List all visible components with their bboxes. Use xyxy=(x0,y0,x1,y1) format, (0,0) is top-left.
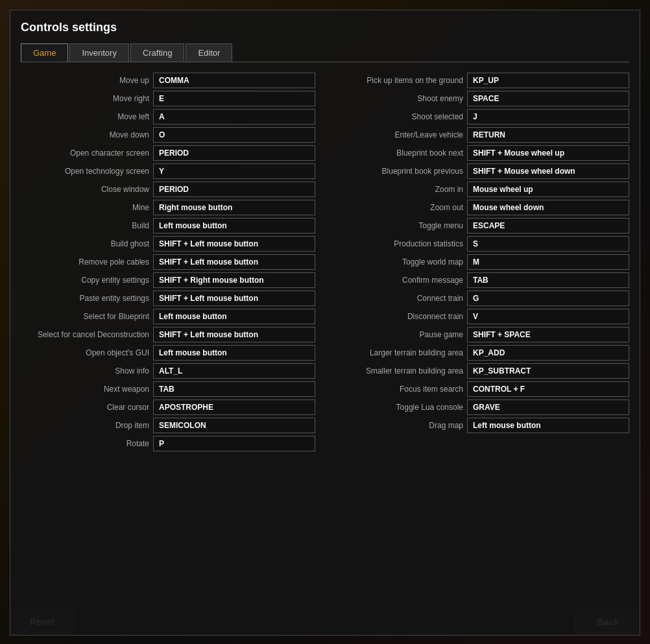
keybind-label: Blueprint book previous xyxy=(346,167,463,176)
keybind-row: Move rightE xyxy=(21,91,315,106)
keybind-row: Open object's GUILeft mouse button xyxy=(21,345,315,361)
keybind-value[interactable]: Left mouse button xyxy=(153,309,315,324)
keybind-value[interactable]: Left mouse button xyxy=(467,418,629,433)
keybind-value[interactable]: KP_UP xyxy=(467,73,629,88)
keybind-value[interactable]: Mouse wheel up xyxy=(467,182,629,197)
keybind-row: Drag mapLeft mouse button xyxy=(335,418,629,433)
keybind-value[interactable]: CONTROL + F xyxy=(467,381,629,397)
keybind-label: Rotate xyxy=(32,439,149,448)
keybind-label: Focus item search xyxy=(346,385,463,394)
keybind-value[interactable]: G xyxy=(467,291,629,306)
keybind-value[interactable]: TAB xyxy=(153,381,315,397)
keybind-row: Select for cancel DeconstructionSHIFT + … xyxy=(21,327,315,342)
keybind-value[interactable]: A xyxy=(153,109,315,125)
keybind-label: Build ghost xyxy=(32,239,149,248)
keybind-label: Zoom out xyxy=(346,203,463,212)
keybind-value[interactable]: KP_ADD xyxy=(467,345,629,361)
keybind-row: Disconnect trainV xyxy=(335,309,629,324)
keybind-row: Shoot enemySPACE xyxy=(335,91,629,106)
keybind-row: Toggle Lua consoleGRAVE xyxy=(335,400,629,415)
keybind-value[interactable]: Mouse wheel down xyxy=(467,200,629,215)
keybind-value[interactable]: SHIFT + Mouse wheel down xyxy=(467,163,629,179)
keybind-value[interactable]: Y xyxy=(153,163,315,179)
keybind-label: Move right xyxy=(32,94,149,103)
keybind-value[interactable]: SHIFT + Left mouse button xyxy=(153,236,315,252)
keybind-value[interactable]: RETURN xyxy=(467,127,629,143)
keybind-label: Smaller terrain building area xyxy=(346,366,463,376)
keybind-row: Select for BlueprintLeft mouse button xyxy=(21,309,315,324)
keybind-value[interactable]: GRAVE xyxy=(467,400,629,415)
main-panel: Controls settings Game Inventory Craftin… xyxy=(10,10,640,636)
keybind-row: RotateP xyxy=(21,436,315,451)
panel-title: Controls settings xyxy=(21,21,629,34)
tab-inventory[interactable]: Inventory xyxy=(69,43,128,62)
keybind-row: Move leftA xyxy=(21,109,315,125)
keybind-value[interactable]: SPACE xyxy=(467,91,629,106)
keybind-label: Drag map xyxy=(346,421,463,430)
keybind-value[interactable]: SHIFT + SPACE xyxy=(467,327,629,342)
keybind-value[interactable]: SHIFT + Mouse wheel up xyxy=(467,145,629,161)
tab-editor[interactable]: Editor xyxy=(186,43,232,62)
keybind-row: Next weaponTAB xyxy=(21,381,315,397)
keybind-row: Build ghostSHIFT + Left mouse button xyxy=(21,236,315,252)
keybind-row: Zoom outMouse wheel down xyxy=(335,200,629,215)
keybind-label: Pause game xyxy=(346,330,463,339)
keybind-label: Larger terrain building area xyxy=(346,348,463,357)
keybind-row: Open character screenPERIOD xyxy=(21,145,315,161)
keybind-value[interactable]: APOSTROPHE xyxy=(153,400,315,415)
keybind-value[interactable]: O xyxy=(153,127,315,143)
keybind-value[interactable]: M xyxy=(467,254,629,270)
tab-crafting[interactable]: Crafting xyxy=(130,43,185,62)
keybind-row: Larger terrain building areaKP_ADD xyxy=(335,345,629,361)
keybind-value[interactable]: KP_SUBTRACT xyxy=(467,363,629,379)
tabs-bar: Game Inventory Crafting Editor xyxy=(21,43,629,62)
keybind-value[interactable]: COMMA xyxy=(153,73,315,88)
keybind-value[interactable]: J xyxy=(467,109,629,125)
keybind-label: Mine xyxy=(32,203,149,212)
keybind-value[interactable]: Left mouse button xyxy=(153,218,315,233)
keybind-label: Select for cancel Deconstruction xyxy=(32,330,149,339)
keybind-label: Move down xyxy=(32,130,149,139)
keybind-value[interactable]: SEMICOLON xyxy=(153,418,315,433)
keybind-label: Production statistics xyxy=(346,239,463,248)
keybind-label: Copy entity settings xyxy=(32,276,149,285)
keybind-label: Toggle menu xyxy=(346,221,463,230)
tab-game[interactable]: Game xyxy=(21,43,68,62)
keybind-row: Copy entity settingsSHIFT + Right mouse … xyxy=(21,272,315,288)
keybind-value[interactable]: SHIFT + Left mouse button xyxy=(153,291,315,306)
keybind-value[interactable]: E xyxy=(153,91,315,106)
keybind-row: Toggle world mapM xyxy=(335,254,629,270)
keybind-row: Pause gameSHIFT + SPACE xyxy=(335,327,629,342)
keybind-row: Close windowPERIOD xyxy=(21,182,315,197)
keybind-row: MineRight mouse button xyxy=(21,200,315,215)
keybind-label: Open technology screen xyxy=(32,167,149,176)
keybind-value[interactable]: V xyxy=(467,309,629,324)
keybind-row: Clear cursorAPOSTROPHE xyxy=(21,400,315,415)
keybind-value[interactable]: SHIFT + Left mouse button xyxy=(153,254,315,270)
keybind-value[interactable]: TAB xyxy=(467,272,629,288)
keybind-value[interactable]: SHIFT + Right mouse button xyxy=(153,272,315,288)
keybind-label: Drop item xyxy=(32,421,149,430)
right-column: Pick up items on the groundKP_UPShoot en… xyxy=(335,73,629,454)
keybind-label: Open object's GUI xyxy=(32,348,149,357)
keybind-row: Production statisticsS xyxy=(335,236,629,252)
keybind-value[interactable]: ESCAPE xyxy=(467,218,629,233)
keybind-value[interactable]: ALT_L xyxy=(153,363,315,379)
keybind-value[interactable]: PERIOD xyxy=(153,182,315,197)
keybind-row: Zoom inMouse wheel up xyxy=(335,182,629,197)
keybind-value[interactable]: S xyxy=(467,236,629,252)
keybind-value[interactable]: SHIFT + Left mouse button xyxy=(153,327,315,342)
keybind-label: Shoot enemy xyxy=(346,94,463,103)
keybind-row: Remove pole cablesSHIFT + Left mouse but… xyxy=(21,254,315,270)
keybind-value[interactable]: Left mouse button xyxy=(153,345,315,361)
keybind-value[interactable]: P xyxy=(153,436,315,451)
keybind-row: Focus item searchCONTROL + F xyxy=(335,381,629,397)
keybind-row: Blueprint book previousSHIFT + Mouse whe… xyxy=(335,163,629,179)
keybind-label: Toggle world map xyxy=(346,257,463,267)
keybind-label: Next weapon xyxy=(32,385,149,394)
keybind-value[interactable]: PERIOD xyxy=(153,145,315,161)
keybind-label: Show info xyxy=(32,366,149,376)
keybind-value[interactable]: Right mouse button xyxy=(153,200,315,215)
keybind-label: Toggle Lua console xyxy=(346,403,463,412)
keybind-label: Blueprint book next xyxy=(346,149,463,158)
